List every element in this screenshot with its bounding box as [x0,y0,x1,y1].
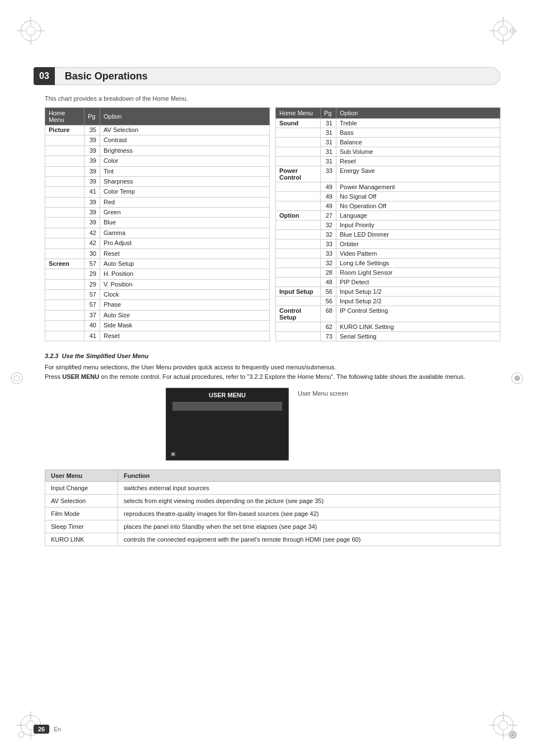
section-label-cell [276,182,321,192]
pg-cell: 28 [321,268,336,278]
corner-mark-tr [489,17,517,45]
right-menu-table: Home Menu Pg Option Sound31Treble31Bass3… [275,107,500,341]
table-row: Control Setup68IP Control Setting [276,306,500,322]
table-row: 31Balance [276,138,500,147]
section-label-cell [45,290,85,300]
fn-name-cell: Sleep Timer [45,520,118,533]
section-label-cell [45,156,85,166]
table-row: Power Control33Energy Save [276,166,500,182]
list-item: AV Selectionselects from eight viewing m… [45,495,500,508]
section-label-cell: Screen [45,259,85,269]
pg-cell: 37 [85,310,100,320]
section-label-cell [276,332,321,341]
svg-point-28 [11,373,22,384]
table-row: 30Reset [45,248,270,259]
option-cell: Sharpness [100,176,270,186]
table-row: Option27Language [276,211,500,220]
section-label-cell [276,278,321,287]
list-item: Input Changeswitches external input sour… [45,482,500,495]
pg-cell: 39 [85,197,100,207]
option-cell: Color [100,156,270,166]
table-row: 41Color Temp [45,187,270,197]
pg-cell: 62 [321,322,336,332]
option-cell: H. Position [100,269,270,279]
section-label-cell: Option [276,211,321,220]
fn-name-cell: Film Mode [45,508,118,520]
table-row: 39Brightness [45,145,270,156]
option-cell: V. Position [100,279,270,289]
main-content: This chart provides a breakdown of the H… [45,95,500,546]
section-label-cell [45,218,85,228]
table-row: 28Room Light Sensor [276,268,500,278]
option-cell: Power Management [336,182,500,192]
section-label-cell [45,238,85,248]
pg-cell: 31 [321,147,336,157]
fn-desc-cell: switches external input sources [118,482,500,495]
pg-cell: 57 [85,290,100,300]
function-table: User Menu Function Input Changeswitches … [45,469,500,546]
fn-desc-cell: reproduces theatre-quality images for fi… [118,508,500,520]
right-col-home-menu: Home Menu [276,108,321,119]
option-cell: Green [100,208,270,218]
table-row: 73Serial Setting [276,332,500,341]
section-label-cell [45,310,85,320]
pg-cell: 33 [321,240,336,249]
section-label-cell [45,135,85,145]
table-row: 31Bass [276,128,500,138]
pg-cell: 32 [321,220,336,230]
fn-name-cell: Input Change [45,482,118,495]
option-cell: Serial Setting [336,332,500,341]
section-label-cell [45,166,85,176]
section-label-cell [45,176,85,186]
table-row: 39Contrast [45,135,270,145]
option-cell: Gamma [100,228,270,238]
table-row: 29H. Position [45,269,270,279]
right-col-pg: Pg [321,108,336,119]
pg-cell: 49 [321,192,336,201]
section-label-cell [276,220,321,230]
pg-cell: 27 [321,211,336,220]
fn-name-cell: KURO LINK [45,533,118,546]
option-cell: Side Mask [100,321,270,331]
option-cell: Long Life Settings [336,259,500,268]
fn-desc-cell: places the panel into Standby when the s… [118,520,500,533]
section-label-cell [276,138,321,147]
option-cell: Treble [336,119,500,128]
option-cell: Reset [100,331,270,341]
reg-mark-left [8,370,25,387]
reg-mark-right [509,370,526,387]
table-row: 32Long Life Settings [276,259,500,268]
option-cell: KURO LINK Setting [336,322,500,332]
left-menu-table: Home Menu Pg Option Picture35AV Selectio… [45,107,270,341]
option-cell: Clock [100,290,270,300]
table-row: 42Gamma [45,228,270,238]
pg-cell: 39 [85,208,100,218]
option-cell: Auto Size [100,310,270,320]
section-label-cell: Control Setup [276,306,321,322]
pg-cell: 30 [85,248,100,259]
table-row: 49No Signal Off [276,192,500,201]
option-cell: Room Light Sensor [336,268,500,278]
left-col-home-menu: Home Menu [45,108,85,125]
user-menu-screen-title: USER MENU [166,388,288,401]
menu-highlight-bar [172,402,282,411]
option-cell: IP Control Setting [336,306,500,322]
option-cell: Orbiter [336,240,500,249]
option-cell: Input Setup 2/2 [336,297,500,306]
page-footer: 26 En [34,725,60,734]
section-label-cell: Picture [45,125,85,135]
section-label-cell [276,259,321,268]
section-323-title: 3.2.3 Use the Simplified User Menu [45,353,500,359]
option-cell: Contrast [100,135,270,145]
pg-cell: 33 [321,166,336,182]
section-label-cell [276,249,321,259]
fn-desc-cell: controls the connected equipment with th… [118,533,500,546]
option-cell: PIP Detect [336,278,500,287]
fn-desc-cell: selects from eight viewing modes dependi… [118,495,500,508]
pg-cell: 56 [321,297,336,306]
section-label-cell [276,201,321,211]
option-cell: No Signal Off [336,192,500,201]
section-label-cell [45,279,85,289]
option-cell: Reset [336,157,500,166]
section-323-desc: For simplified menu selections, the User… [45,363,500,381]
